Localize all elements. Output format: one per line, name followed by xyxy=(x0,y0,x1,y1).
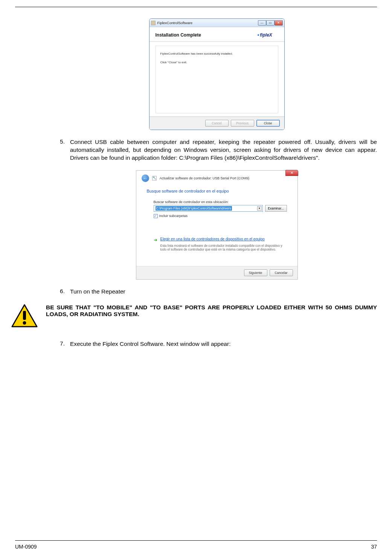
top-horizontal-rule xyxy=(15,7,377,7)
logo-text: fipleX xyxy=(260,32,272,38)
maximize-button[interactable]: ▭ xyxy=(266,20,275,26)
cancel-button-2[interactable]: Cancelar xyxy=(270,269,293,276)
choose-from-list-link[interactable]: Elegir en una lista de controladores de … xyxy=(160,237,265,243)
figure-installation-complete: FiplexControlSoftware — ▭ ✕ Installation… xyxy=(56,18,377,130)
list-text-7: Execute the Fiplex Control Software. Nex… xyxy=(70,340,377,348)
installer-line-1: FiplexControlSoftware has been successfu… xyxy=(160,52,273,55)
driver-dialog-header: ← 🔧 Actualizar software de controlador: … xyxy=(136,171,297,183)
page: FiplexControlSoftware — ▭ ✕ Installation… xyxy=(0,0,392,558)
driver-dialog: ✕ ← 🔧 Actualizar software de controlador… xyxy=(136,170,298,280)
minimize-button[interactable]: — xyxy=(258,20,266,26)
driver-path-row: C:\Program Files (x86)\FiplexControlSoft… xyxy=(154,205,287,212)
figure-driver-dialog: ✕ ← 🔧 Actualizar software de controlador… xyxy=(56,170,377,280)
driver-dialog-footer: Siguiente Cancelar xyxy=(136,266,297,279)
choose-from-list-option[interactable]: ➔ Elegir en una lista de controladores d… xyxy=(154,237,287,243)
browse-button[interactable]: Examinar... xyxy=(265,205,287,212)
bottom-horizontal-rule xyxy=(15,540,377,541)
page-footer: UM-0909 37 xyxy=(15,544,377,550)
installer-heading: Installation Complete xyxy=(156,32,201,38)
installer-header-row: Installation Complete fipleX xyxy=(156,31,278,39)
warning-icon xyxy=(11,304,38,327)
svg-rect-1 xyxy=(23,311,26,320)
driver-path-value: C:\Program Files (x86)\FiplexControlSoft… xyxy=(156,206,232,211)
warning-text: BE SURE THAT "TO MOBILE" AND "TO BASE" P… xyxy=(44,304,377,318)
installer-message-panel: FiplexControlSoftware has been successfu… xyxy=(156,46,278,113)
list-text-5: Connect USB cable between computer and r… xyxy=(70,138,377,162)
arrow-right-icon: ➔ xyxy=(154,237,157,243)
content-area: FiplexControlSoftware — ▭ ✕ Installation… xyxy=(15,18,377,348)
window-buttons: — ▭ ✕ xyxy=(258,20,283,26)
installer-line-2: Click "Close" to exit. xyxy=(160,61,273,64)
list-item-7: 7. Execute the Fiplex Control Software. … xyxy=(56,340,377,348)
installer-titlebar: FiplexControlSoftware — ▭ ✕ xyxy=(149,19,284,27)
driver-path-input[interactable]: C:\Program Files (x86)\FiplexControlSoft… xyxy=(154,205,263,212)
driver-header-text: Actualizar software de controlador: USB … xyxy=(160,176,250,180)
driver-dialog-close-button[interactable]: ✕ xyxy=(285,170,298,176)
include-subfolders-label: Incluir subcarpetas xyxy=(159,214,188,218)
window-close-button[interactable]: ✕ xyxy=(275,20,283,26)
list-number-5: 5. xyxy=(56,138,70,162)
list-number-7: 7. xyxy=(56,340,70,348)
dropdown-icon[interactable]: ▾ xyxy=(257,206,262,211)
next-button[interactable]: Siguiente xyxy=(244,269,267,276)
footer-left: UM-0909 xyxy=(15,544,37,550)
fiplex-logo: fipleX xyxy=(252,31,278,39)
separator xyxy=(149,41,284,42)
list-number-6: 6. xyxy=(56,288,70,296)
list-text-6: Turn on the Repeater xyxy=(70,288,377,296)
list-item-5: 5. Connect USB cable between computer an… xyxy=(56,138,377,162)
installer-footer: Cancel Previous Close xyxy=(149,116,284,130)
driver-dialog-body: Busque software de controlador en el equ… xyxy=(136,183,297,266)
installer-body: Installation Complete fipleX FiplexContr… xyxy=(149,27,284,130)
include-subfolders-row: ✓ Incluir subcarpetas xyxy=(154,214,287,218)
driver-search-label: Buscar software de controlador en esta u… xyxy=(154,200,287,204)
back-arrow-icon[interactable]: ← xyxy=(142,174,149,182)
previous-button[interactable]: Previous xyxy=(231,120,254,127)
logo-dot-icon xyxy=(258,34,259,36)
include-subfolders-checkbox[interactable]: ✓ xyxy=(154,214,158,218)
close-button[interactable]: Close xyxy=(256,120,280,127)
svg-point-2 xyxy=(23,321,26,324)
warning-triangle-icon xyxy=(11,304,38,327)
driver-header-icon: 🔧 xyxy=(152,176,157,180)
installer-app-icon xyxy=(151,21,156,25)
choose-from-list-description: Esta lista mostrará el software de contr… xyxy=(160,244,287,252)
driver-dialog-title: Busque software de controlador en el equ… xyxy=(147,189,287,193)
installer-title-text: FiplexControlSoftware xyxy=(157,21,258,25)
warning-row: BE SURE THAT "TO MOBILE" AND "TO BASE" P… xyxy=(56,304,377,327)
cancel-button[interactable]: Cancel xyxy=(205,120,229,127)
installer-dialog: FiplexControlSoftware — ▭ ✕ Installation… xyxy=(149,18,285,130)
footer-right: 37 xyxy=(371,544,377,550)
list-item-6: 6. Turn on the Repeater xyxy=(56,288,377,296)
